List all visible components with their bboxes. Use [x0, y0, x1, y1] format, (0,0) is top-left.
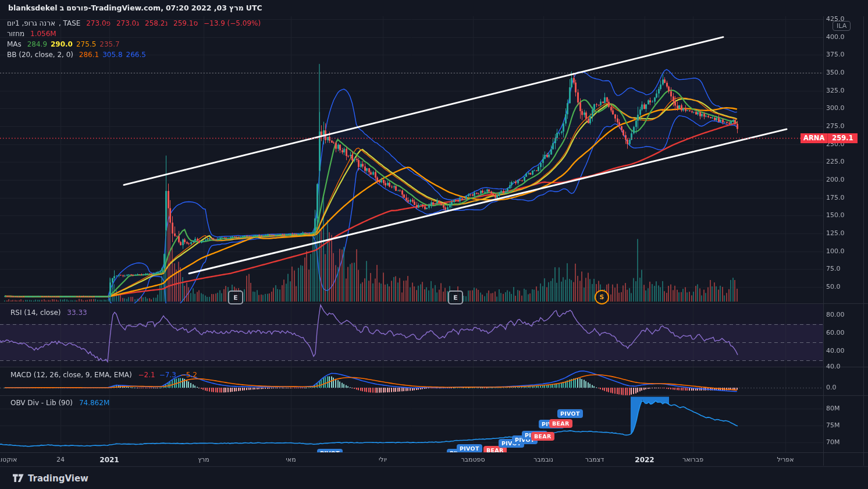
- earnings-event-badge-0[interactable]: E: [228, 290, 243, 304]
- mas-row: MAs 284.9290.0275.5235.7: [7, 39, 264, 49]
- price-tick-325.0: 325.0: [826, 87, 845, 94]
- publisher-credit: blanksdekelבפורסם-TradingView.com,07:202…: [8, 3, 265, 12]
- bb-row: BB (20, close, 2, 0) 286.1305.8266.5: [7, 49, 264, 60]
- low-value: נ258.2: [145, 19, 168, 27]
- time-tick-אוקטוב: אוקטוב: [0, 456, 17, 463]
- credit-fragment-5: 2022 ,03: [191, 3, 227, 12]
- price-tick-175.0: 175.0: [826, 194, 845, 201]
- price-tick-50.0: 50.0: [826, 283, 841, 290]
- macd-value-1: −7.3: [159, 371, 176, 379]
- obv-pane-overlay: PIVOTPIVOTPIVOTBEARPIVOTPIVOTPIVOTBEARPI…: [0, 396, 823, 452]
- time-tick-אפריל: אפריל: [777, 456, 794, 463]
- mas-label[interactable]: MAs: [7, 40, 22, 48]
- ma-value-0: 284.9: [27, 40, 47, 48]
- ma-value-1: 290.0: [51, 40, 73, 48]
- credit-fragment-3: -TradingView.com,: [88, 3, 163, 12]
- price-tick-275.0: 275.0: [826, 122, 845, 130]
- time-tick-מאי: מאי: [286, 456, 296, 463]
- time-tick-2021: 2021: [99, 456, 119, 464]
- price-tick-200.0: 200.0: [826, 176, 845, 183]
- credit-fragment-6: מרץ: [229, 3, 244, 12]
- rsi-legend: RSI (14, close) 33.33: [10, 309, 91, 317]
- last-price-label: ARNA 259.1: [801, 133, 858, 143]
- time-tick-2022: 2022: [635, 456, 654, 464]
- high-value: ג273.0: [116, 19, 139, 27]
- last-price-value: 259.1: [828, 133, 857, 143]
- bb-value-0: 286.1: [79, 51, 99, 59]
- pivot-marker-10[interactable]: PIVOT: [557, 409, 583, 418]
- credit-fragment-2: פורסם: [66, 3, 88, 12]
- obv-tick-75M: 75M: [826, 421, 840, 429]
- pivot-marker-2[interactable]: PIVOT: [457, 444, 482, 452]
- price-tick-75.0: 75.0: [826, 265, 841, 272]
- time-tick-24: 24: [56, 456, 65, 463]
- rsi-tick-60.00: 60.00: [826, 329, 845, 336]
- rsi-tick-40.00: 40.00: [826, 347, 845, 355]
- ma-value-3: 235.7: [99, 40, 119, 48]
- rsi-tick-80.00: 80.00: [826, 311, 845, 318]
- bear-marker-7[interactable]: BEAR: [531, 432, 554, 441]
- time-tick-מרץ: מרץ: [198, 456, 209, 463]
- split-event-badge-2[interactable]: S: [595, 290, 609, 304]
- volume-label: מחזור: [7, 30, 24, 38]
- footer-bar: TradingView: [0, 466, 868, 489]
- macd-legend: MACD (12, 26, close, 9, EMA, EMA) −2.1−7…: [10, 371, 201, 379]
- ma-value-2: 275.5: [76, 40, 96, 48]
- price-tick-150.0: 150.0: [826, 211, 845, 219]
- symbol-title[interactable]: ארנה גרופ, 1יום: [7, 19, 55, 27]
- macd-value-2: −5.2: [180, 371, 197, 379]
- time-tick-ספטמבר: ספטמבר: [461, 456, 485, 463]
- price-tick-300.0: 300.0: [826, 104, 845, 112]
- credit-fragment-1: ב: [60, 3, 65, 12]
- time-tick-נובמבר: נובמבר: [533, 456, 553, 463]
- symbol-row: ארנה גרופ, 1יום, TASE פ273.0 ג273.0 נ258…: [7, 18, 264, 29]
- tradingview-brand-text: TradingView: [28, 473, 88, 484]
- price-tick-375.0: 375.0: [826, 51, 845, 58]
- tradingview-logo-icon: [13, 474, 24, 484]
- bear-marker-9[interactable]: BEAR: [549, 419, 572, 428]
- legend: ארנה גרופ, 1יום, TASE פ273.0 ג273.0 נ258…: [7, 18, 264, 60]
- last-price-symbol: ARNA: [801, 133, 828, 143]
- earnings-event-badge-1[interactable]: E: [448, 290, 463, 304]
- credit-fragment-0: blanksdekel: [8, 3, 58, 12]
- volume-row: מחזור 1.056M: [7, 29, 264, 39]
- currency-badge[interactable]: ILA: [833, 21, 851, 31]
- time-tick-פברואר: פברואר: [682, 456, 703, 463]
- credit-fragment-4: 07:20: [166, 3, 189, 12]
- rsi-label[interactable]: RSI (14, close): [10, 309, 61, 317]
- macd-label[interactable]: MACD (12, 26, close, 9, EMA, EMA): [10, 371, 132, 379]
- tradingview-logo[interactable]: TradingView: [13, 473, 88, 484]
- credit-fragment-7: UTC: [246, 3, 262, 12]
- time-tick-יולי: יולי: [379, 456, 387, 463]
- macd-value-0: −2.1: [138, 371, 155, 379]
- bb-value-2: 266.5: [126, 51, 146, 59]
- open-value: פ273.0: [86, 19, 111, 27]
- price-tick-225.0: 225.0: [826, 158, 845, 165]
- tradingview-chart-window: blanksdekelבפורסם-TradingView.com,07:202…: [0, 0, 868, 489]
- change-value: −13.9 (−5.09%): [204, 19, 261, 27]
- symbol-exchange: , TASE: [59, 19, 80, 27]
- price-tick-350.0: 350.0: [826, 69, 845, 76]
- macd-tick-40.0: 40.0: [826, 363, 841, 370]
- close-value: ס259.1: [173, 19, 198, 27]
- macd-tick-0.0: 0.0: [826, 384, 837, 391]
- price-tick-100.0: 100.0: [826, 247, 845, 255]
- price-tick-400.0: 400.0: [826, 33, 845, 41]
- bb-label[interactable]: BB (20, close, 2, 0): [7, 51, 73, 59]
- obv-tick-80M: 80M: [826, 405, 840, 412]
- time-tick-דצמבר: דצמבר: [585, 456, 604, 463]
- volume-value: 1.056M: [30, 30, 56, 38]
- pivot-marker-0[interactable]: PIVOT: [317, 449, 343, 452]
- bb-value-1: 305.8: [102, 51, 122, 59]
- price-tick-125.0: 125.0: [826, 229, 845, 237]
- rsi-value: 33.33: [67, 309, 87, 317]
- obv-tick-70M: 70M: [826, 438, 840, 446]
